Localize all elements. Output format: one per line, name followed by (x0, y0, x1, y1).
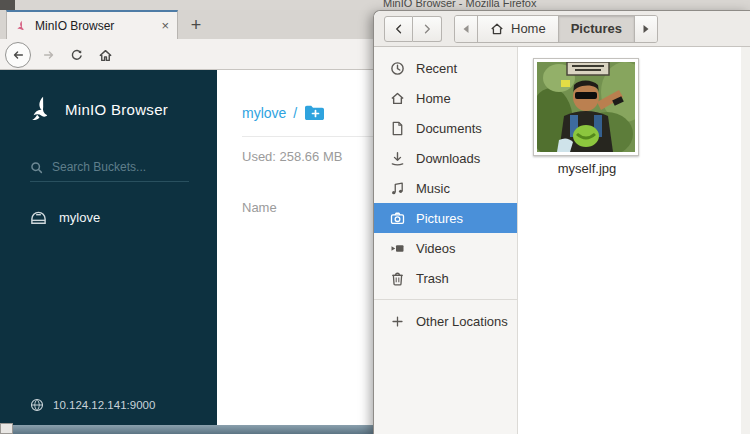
sidebar-label: Home (416, 91, 451, 106)
chooser-forward-button[interactable] (413, 16, 442, 42)
sidebar-item-videos[interactable]: Videos (374, 233, 517, 263)
sidebar-item-documents[interactable]: Documents (374, 113, 517, 143)
create-folder-icon[interactable] (304, 104, 325, 121)
search-icon (30, 161, 43, 174)
globe-icon (30, 398, 44, 412)
bucket-icon (30, 211, 47, 225)
path-home-label: Home (511, 21, 546, 36)
sidebar-item-home[interactable]: Home (374, 83, 517, 113)
path-segment-pictures[interactable]: Pictures (559, 16, 635, 42)
trash-icon (389, 270, 405, 286)
path-current-label: Pictures (571, 21, 622, 36)
breadcrumb-separator: / (293, 105, 297, 121)
camera-icon (389, 210, 405, 226)
search-buckets-input[interactable] (52, 160, 172, 174)
sidebar-label: Trash (416, 271, 449, 286)
content-gutter (741, 47, 750, 434)
server-address-row: 10.124.12.141:9000 (30, 398, 155, 412)
chooser-back-button[interactable] (384, 16, 413, 42)
divider (242, 136, 380, 137)
triangle-right-icon (642, 24, 650, 34)
path-bar: Home Pictures (454, 15, 658, 43)
reload-icon (70, 48, 84, 62)
file-list-area[interactable]: myself.jpg (518, 47, 750, 434)
video-camera-icon (389, 240, 405, 256)
forward-arrow-icon (42, 48, 56, 62)
sidebar-label: Pictures (416, 211, 463, 226)
minio-sidebar: MinIO Browser mylove (0, 70, 217, 425)
file-chooser-body: Recent Home Documents (374, 47, 750, 434)
recent-icon (389, 60, 405, 76)
minio-app-title: MinIO Browser (65, 101, 168, 118)
screen-edge (0, 0, 15, 10)
tab-title: MinIO Browser (35, 19, 153, 33)
path-scroll-right-button[interactable] (635, 16, 657, 42)
sidebar-item-other-locations[interactable]: Other Locations (374, 306, 517, 336)
bucket-search[interactable] (30, 160, 189, 182)
music-icon (389, 180, 405, 196)
home-icon (490, 22, 504, 36)
history-nav (384, 16, 442, 42)
file-chooser-toolbar: Home Pictures (374, 11, 750, 47)
server-address: 10.124.12.141:9000 (53, 399, 155, 411)
new-tab-button[interactable]: + (183, 12, 209, 38)
triangle-left-icon (462, 24, 470, 34)
sidebar-separator (374, 299, 517, 300)
home-icon (389, 90, 405, 106)
minio-logo-icon (30, 96, 52, 122)
firefox-active-tab[interactable]: MinIO Browser × (6, 10, 178, 39)
sidebar-label: Documents (416, 121, 482, 136)
desktop: MinIO Browser - Mozilla Firefox MinIO Br… (0, 0, 750, 434)
bucket-name: mylove (59, 210, 100, 225)
sidebar-label: Music (416, 181, 450, 196)
sidebar-item-recent[interactable]: Recent (374, 53, 517, 83)
sidebar-label: Recent (416, 61, 457, 76)
back-arrow-icon (11, 48, 25, 62)
back-button[interactable] (5, 42, 31, 68)
firefox-titlebar: MinIO Browser - Mozilla Firefox (0, 0, 750, 10)
sidebar-item-music[interactable]: Music (374, 173, 517, 203)
chevron-left-icon (393, 23, 405, 35)
firefox-window-title: MinIO Browser - Mozilla Firefox (383, 0, 536, 9)
breadcrumb-bucket-link[interactable]: mylove (242, 105, 286, 121)
portrait-photo-image (537, 62, 635, 152)
minio-logo-row: MinIO Browser (0, 70, 217, 122)
chevron-right-icon (421, 23, 433, 35)
sidebar-label: Other Locations (416, 314, 508, 329)
sidebar-item-downloads[interactable]: Downloads (374, 143, 517, 173)
path-scroll-left-button[interactable] (455, 16, 478, 42)
forward-button[interactable] (36, 42, 62, 68)
sidebar-label: Videos (416, 241, 456, 256)
sidebar-label: Downloads (416, 151, 480, 166)
reload-button[interactable] (64, 42, 90, 68)
path-segment-home[interactable]: Home (478, 16, 559, 42)
bucket-item-mylove[interactable]: mylove (0, 200, 217, 235)
file-name-label: myself.jpg (533, 161, 641, 176)
download-icon (389, 150, 405, 166)
minio-favicon (15, 20, 27, 32)
home-icon (98, 48, 113, 63)
file-chooser-window: Home Pictures Recent (373, 10, 750, 434)
photo-thumbnail (533, 58, 639, 156)
home-button[interactable] (92, 42, 118, 68)
plus-icon (389, 313, 405, 329)
tab-close-icon[interactable]: × (161, 18, 169, 33)
sidebar-item-trash[interactable]: Trash (374, 263, 517, 293)
file-item-myself-jpg[interactable]: myself.jpg (533, 58, 641, 176)
sidebar-item-pictures[interactable]: Pictures (374, 203, 517, 233)
background-window-corner (0, 423, 13, 434)
document-icon (389, 120, 405, 136)
places-sidebar: Recent Home Documents (374, 47, 518, 434)
